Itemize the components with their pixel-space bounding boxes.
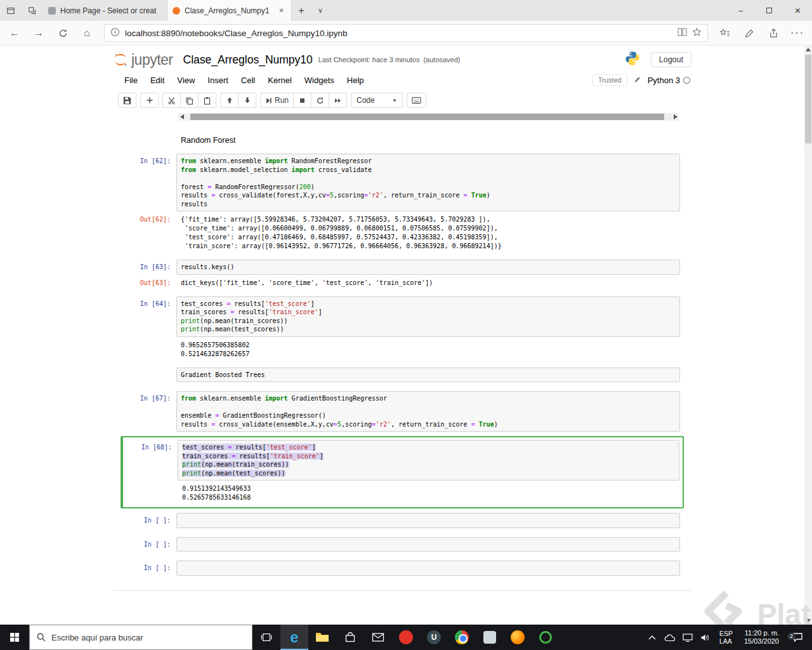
menu-insert[interactable]: Insert bbox=[201, 76, 235, 85]
add-cell-button[interactable] bbox=[140, 93, 159, 108]
code-input[interactable] bbox=[176, 560, 680, 576]
interrupt-kernel-button[interactable] bbox=[293, 93, 311, 108]
markdown-cell[interactable]: Random Forest bbox=[113, 129, 691, 149]
favorites-hub-icon[interactable] bbox=[713, 21, 737, 46]
clock[interactable]: 11:20 p. m. 15/03/2020 bbox=[739, 629, 784, 646]
menu-kernel[interactable]: Kernel bbox=[261, 76, 298, 85]
code-cell[interactable]: In [67]:from sklearn.ensemble import Gra… bbox=[113, 387, 691, 436]
back-button[interactable]: ← bbox=[3, 21, 27, 46]
desktop-screen: Home Page - Select or creat Clase_Arregl… bbox=[0, 0, 812, 650]
copy-cell-button[interactable] bbox=[180, 93, 199, 108]
new-tab-button[interactable]: + bbox=[292, 0, 311, 21]
taskbar-file-explorer-icon[interactable] bbox=[308, 625, 336, 650]
browser-vertical-scrollbar[interactable] bbox=[804, 46, 812, 625]
scroll-up-arrow-icon[interactable] bbox=[804, 46, 812, 53]
taskbar-photos-icon[interactable] bbox=[476, 625, 504, 650]
code-cell[interactable]: In [68]:test_scores = results['test_scor… bbox=[121, 436, 684, 508]
code-cell[interactable]: In [ ]: bbox=[113, 533, 691, 557]
share-icon[interactable] bbox=[761, 21, 785, 46]
window-close-button[interactable]: ✕ bbox=[783, 0, 812, 21]
tab-close-icon[interactable]: ✕ bbox=[277, 6, 286, 15]
notebook-horizontal-scrollbar[interactable] bbox=[178, 113, 679, 121]
kernel-idle-icon bbox=[683, 77, 690, 84]
window-minimize-button[interactable]: – bbox=[726, 0, 755, 21]
code-input[interactable]: test_scores = results['test_score']train… bbox=[178, 440, 679, 481]
network-icon[interactable] bbox=[680, 633, 695, 642]
task-view-button[interactable] bbox=[252, 625, 280, 650]
tab-list-caret-icon[interactable]: ∨ bbox=[311, 0, 330, 21]
code-input[interactable]: test_scores = results['test_score']train… bbox=[176, 296, 680, 337]
tab-preview-icon[interactable] bbox=[0, 0, 22, 21]
set-tabs-aside-icon[interactable] bbox=[22, 0, 43, 21]
menu-file[interactable]: File bbox=[118, 76, 144, 85]
menu-widgets[interactable]: Widgets bbox=[298, 76, 341, 85]
code-input[interactable] bbox=[176, 513, 680, 528]
forward-button[interactable]: → bbox=[27, 21, 51, 46]
code-input[interactable]: from sklearn.ensemble import GradientBoo… bbox=[176, 391, 680, 432]
volume-icon[interactable] bbox=[698, 633, 713, 642]
add-favorite-star-icon[interactable] bbox=[692, 27, 702, 39]
vertical-scroll-thumb[interactable] bbox=[805, 55, 811, 143]
code-cell[interactable]: In [63]:results.keys()Out[63]:dict_keys(… bbox=[113, 255, 691, 292]
code-cell[interactable]: In [62]:from sklearn.ensemble import Ran… bbox=[113, 149, 691, 255]
restart-kernel-button[interactable] bbox=[311, 93, 329, 108]
restart-run-all-button[interactable] bbox=[329, 93, 347, 108]
notebook-area: Random ForestIn [62]:from sklearn.ensemb… bbox=[113, 121, 691, 591]
start-button[interactable] bbox=[0, 625, 29, 650]
taskbar-mail-icon[interactable] bbox=[364, 625, 392, 650]
language-indicator[interactable]: ESP LAA bbox=[716, 630, 737, 645]
code-input[interactable]: results.keys() bbox=[176, 260, 680, 275]
raw-text: Gradient Boosted Trees bbox=[181, 371, 676, 380]
taskbar-edge-icon[interactable]: e bbox=[280, 625, 308, 650]
menu-cell[interactable]: Cell bbox=[235, 76, 261, 85]
home-button[interactable]: ⌂ bbox=[75, 21, 99, 46]
taskbar-app-green-icon[interactable] bbox=[532, 625, 560, 650]
taskbar-app-red-icon[interactable] bbox=[392, 625, 420, 650]
taskbar-search-input[interactable]: Escribe aquí para buscar bbox=[29, 625, 252, 650]
paste-cell-button[interactable] bbox=[198, 93, 216, 108]
raw-cell[interactable]: Gradient Boosted Trees bbox=[113, 363, 691, 387]
refresh-button[interactable] bbox=[51, 21, 75, 46]
shopping-bag-icon bbox=[344, 632, 356, 643]
menu-help[interactable]: Help bbox=[341, 76, 370, 85]
taskbar-app-u-icon[interactable]: U bbox=[420, 625, 448, 650]
cell-type-select[interactable]: Code ▼ bbox=[351, 93, 403, 108]
code-input[interactable] bbox=[176, 537, 680, 552]
taskbar-chrome-icon[interactable] bbox=[448, 625, 476, 650]
menu-view[interactable]: View bbox=[171, 76, 201, 85]
taskbar-store-icon[interactable] bbox=[336, 625, 364, 650]
browser-tab-home[interactable]: Home Page - Select or creat bbox=[43, 0, 167, 21]
menu-edit[interactable]: Edit bbox=[144, 76, 171, 85]
jupyter-logo[interactable]: jupyter bbox=[113, 51, 173, 69]
scroll-left-arrow-icon[interactable] bbox=[178, 114, 185, 119]
address-bar[interactable]: localhost:8890/notebooks/Clase_Arreglos_… bbox=[104, 24, 708, 42]
raw-cell-content[interactable]: Gradient Boosted Trees bbox=[176, 368, 680, 383]
horizontal-scroll-thumb[interactable] bbox=[190, 114, 664, 120]
keyboard-layout-code: LAA bbox=[719, 637, 733, 645]
reading-view-icon[interactable] bbox=[678, 27, 687, 39]
url-text[interactable]: localhost:8890/notebooks/Clase_Arreglos_… bbox=[125, 29, 672, 38]
move-cell-up-button[interactable] bbox=[220, 93, 239, 108]
code-cell[interactable]: In [ ]: bbox=[113, 508, 691, 533]
action-center-button[interactable]: 2 bbox=[787, 632, 808, 642]
window-maximize-button[interactable] bbox=[755, 0, 783, 21]
cut-cell-button[interactable] bbox=[162, 93, 181, 108]
scroll-right-arrow-icon[interactable] bbox=[672, 114, 679, 119]
code-cell[interactable]: In [64]:test_scores = results['test_scor… bbox=[113, 292, 691, 363]
code-input[interactable]: from sklearn.ensemble import RandomFores… bbox=[176, 154, 680, 211]
output-prompt: Out[62]: bbox=[113, 215, 176, 251]
run-cell-button[interactable]: Run bbox=[260, 93, 294, 108]
logout-button[interactable]: Logout bbox=[651, 52, 691, 67]
site-info-icon[interactable] bbox=[110, 27, 120, 39]
command-palette-button[interactable] bbox=[407, 93, 426, 108]
tray-chevron-up-icon[interactable] bbox=[645, 635, 660, 640]
code-cell[interactable]: In [ ]: bbox=[113, 556, 691, 580]
onedrive-cloud-icon[interactable] bbox=[662, 633, 678, 642]
web-note-pen-icon[interactable] bbox=[737, 21, 761, 46]
taskbar-firefox-icon[interactable] bbox=[504, 625, 532, 650]
move-cell-down-button[interactable] bbox=[238, 93, 256, 108]
save-button[interactable] bbox=[118, 93, 136, 108]
more-options-icon[interactable]: ··· bbox=[785, 21, 809, 46]
browser-tab-notebook[interactable]: Clase_Arreglos_Numpy1 ✕ bbox=[167, 0, 292, 21]
notebook-title[interactable]: Clase_Arreglos_Numpy10 bbox=[183, 53, 313, 67]
